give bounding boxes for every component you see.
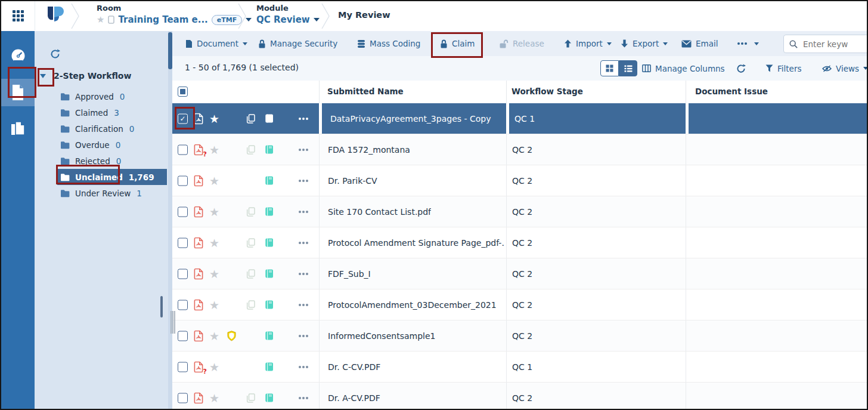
audit-log-book-icon[interactable]	[264, 113, 274, 124]
row-more-actions-button[interactable]	[299, 273, 301, 275]
tree-item[interactable]: Clarification 0	[35, 121, 172, 137]
tree-item[interactable]: Claimed 3	[35, 104, 172, 121]
row-checkbox[interactable]: ✓	[178, 393, 188, 403]
copy-icon[interactable]	[246, 393, 256, 403]
copy-icon[interactable]	[246, 207, 256, 217]
audit-log-book-icon[interactable]	[264, 175, 274, 186]
import-menu-button[interactable]: Import	[564, 31, 612, 56]
table-row[interactable]: ✓ ? ★ FDF_Sub_I QC 2	[172, 258, 867, 289]
table-row[interactable]: ✓ ? ★ Dr. C-CV.PDF QC 1	[172, 352, 867, 383]
star-icon[interactable]: ★	[209, 113, 219, 124]
nav-documents-button[interactable]	[1, 79, 35, 106]
submitted-name-cell[interactable]: Dr. C-CV.PDF	[319, 352, 507, 382]
release-button[interactable]: Release	[499, 31, 544, 56]
row-checkbox[interactable]: ✓	[178, 269, 188, 279]
column-header-workflow-stage[interactable]: Workflow Stage	[512, 87, 583, 96]
row-more-actions-button[interactable]	[299, 366, 301, 368]
audit-log-book-icon[interactable]	[264, 393, 274, 403]
submitted-name-cell[interactable]: Dr. A-CV.PDF	[319, 383, 507, 409]
pdf-file-icon[interactable]: ?	[194, 268, 203, 279]
select-all-checkbox[interactable]	[178, 87, 188, 97]
row-checkbox[interactable]: ✓	[178, 175, 188, 186]
room-selector[interactable]: Room ★ Training Team e... eTMF	[97, 4, 252, 25]
app-launcher-button[interactable]	[1, 1, 35, 30]
table-row[interactable]: ✓ ? ★ Site 170 Contact List.pdf QC 2	[172, 196, 867, 227]
table-row[interactable]: ✓ ? ★ Dr. A-CV.PDF QC 2	[172, 383, 867, 409]
row-checkbox[interactable]: ✓	[178, 144, 188, 155]
tree-item[interactable]: Overdue 0	[35, 137, 172, 153]
star-icon[interactable]: ★	[209, 268, 219, 279]
copy-icon[interactable]	[246, 114, 256, 124]
star-icon[interactable]: ★	[209, 175, 219, 186]
table-row[interactable]: ✓ ? ★ Dr. Parik-CV QC 2	[172, 165, 867, 196]
row-more-actions-button[interactable]	[299, 149, 301, 151]
pdf-file-icon[interactable]: ?	[194, 206, 203, 217]
star-icon[interactable]: ★	[209, 330, 219, 341]
audit-log-book-icon[interactable]	[264, 300, 274, 310]
manage-security-button[interactable]: Manage Security	[258, 31, 337, 56]
audit-log-book-icon[interactable]	[264, 331, 274, 341]
grid-view-button[interactable]	[600, 60, 619, 76]
table-row[interactable]: ✓ ? ★ FDA 1572_montana QC 2	[172, 134, 867, 165]
copy-icon[interactable]	[246, 300, 256, 310]
tree-item[interactable]: Approved 0	[35, 88, 172, 104]
star-icon[interactable]: ★	[209, 392, 219, 403]
tree-item[interactable]: Unclaimed 1,769	[35, 169, 172, 185]
pdf-file-icon[interactable]: ?	[194, 392, 203, 403]
tree-refresh-button[interactable]	[50, 49, 60, 59]
audit-log-book-icon[interactable]	[264, 238, 274, 248]
search-input[interactable]	[802, 39, 858, 50]
submitted-name-cell[interactable]: FDA 1572_montana	[319, 134, 507, 165]
refresh-list-button[interactable]	[736, 56, 746, 81]
submitted-name-cell[interactable]: Site 170 Contact List.pdf	[319, 196, 507, 227]
tree-collapse-caret-icon[interactable]	[40, 74, 46, 78]
copy-icon[interactable]	[246, 269, 256, 279]
mass-coding-button[interactable]: Mass Coding	[357, 31, 420, 56]
audit-log-book-icon[interactable]	[264, 206, 274, 217]
copy-icon[interactable]	[246, 238, 256, 248]
document-menu-button[interactable]: Document	[185, 31, 247, 56]
row-checkbox[interactable]: ✓	[178, 113, 188, 124]
star-icon[interactable]: ★	[209, 361, 219, 372]
row-checkbox[interactable]: ✓	[178, 331, 188, 341]
nav-dashboard-button[interactable]	[1, 42, 35, 69]
claim-button[interactable]: Claim	[440, 31, 475, 56]
row-more-actions-button[interactable]	[299, 118, 301, 120]
pdf-file-icon[interactable]: ?	[194, 237, 203, 248]
module-selector[interactable]: Module QC Review	[256, 4, 320, 25]
audit-log-book-icon[interactable]	[264, 269, 274, 279]
row-checkbox[interactable]: ✓	[178, 362, 188, 372]
tree-item[interactable]: Rejected 0	[35, 153, 172, 169]
row-more-actions-button[interactable]	[299, 304, 301, 306]
star-icon[interactable]: ★	[209, 299, 219, 310]
audit-log-book-icon[interactable]	[264, 144, 274, 155]
export-menu-button[interactable]: Export	[621, 31, 668, 56]
table-row[interactable]: ✓ ? ★ Protocol Amendment Signature Page_…	[172, 227, 867, 258]
pdf-file-icon[interactable]: ?	[194, 175, 203, 186]
manage-columns-button[interactable]: Manage Columns	[642, 56, 725, 81]
more-actions-button[interactable]	[737, 31, 759, 56]
pdf-file-icon[interactable]: ?	[194, 361, 203, 372]
star-icon[interactable]: ★	[209, 144, 219, 155]
email-button[interactable]: Email	[681, 31, 718, 56]
keyword-search-box[interactable]	[783, 35, 868, 53]
table-row[interactable]: ✓ ? ★ ProtocolAmendment_03December_2021	[172, 289, 867, 320]
row-more-actions-button[interactable]	[299, 211, 301, 213]
nav-copied-documents-button[interactable]	[1, 116, 35, 143]
row-more-actions-button[interactable]	[299, 180, 301, 182]
table-row[interactable]: ✓ ? ★ DataPrivacyAgreement_3pages - Copy	[172, 103, 867, 134]
row-checkbox[interactable]: ✓	[178, 300, 188, 310]
views-menu-button[interactable]: Views	[822, 56, 868, 81]
row-checkbox[interactable]: ✓	[178, 238, 188, 248]
tab-my-review[interactable]: My Review	[338, 10, 390, 20]
submitted-name-cell[interactable]: InformedConsentsample1	[319, 320, 507, 351]
pdf-file-icon[interactable]: ?	[194, 144, 203, 155]
column-header-submitted-name[interactable]: Submitted Name	[327, 87, 404, 96]
submitted-name-cell[interactable]: FDF_Sub_I	[319, 258, 507, 289]
column-header-document-issue[interactable]: Document Issue	[695, 87, 768, 96]
table-row[interactable]: ✓ ? ★ InformedConsentsample1 QC 2	[172, 320, 867, 352]
filters-button[interactable]: Filters	[765, 56, 801, 81]
row-more-actions-button[interactable]	[299, 242, 301, 244]
submitted-name-cell[interactable]: ProtocolAmendment_03December_2021	[319, 289, 507, 320]
tree-item[interactable]: Under Review 1	[35, 185, 172, 201]
